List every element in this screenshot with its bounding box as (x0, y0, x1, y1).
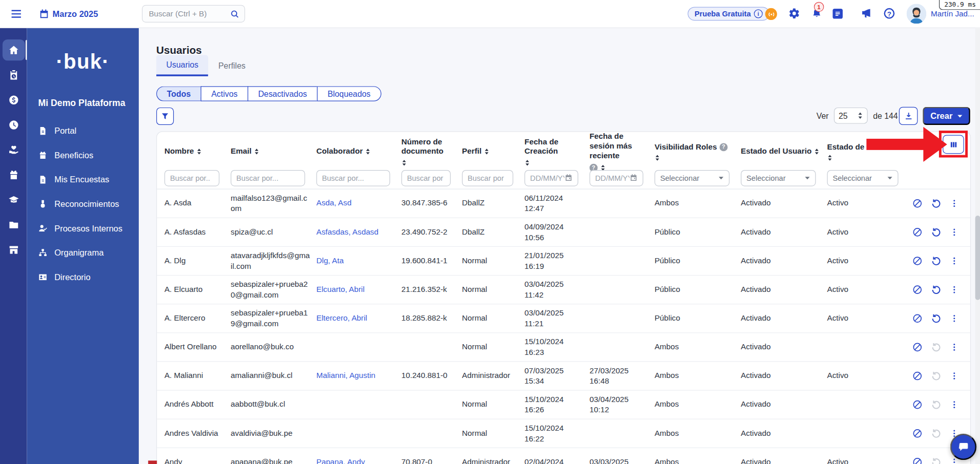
page-size-select[interactable]: 25 (833, 108, 867, 124)
row-menu-button[interactable] (950, 342, 959, 353)
search-icon[interactable] (230, 9, 239, 18)
period-selector[interactable]: Marzo 2025 (53, 0, 98, 28)
block-user-button[interactable] (912, 371, 923, 382)
row-menu-button[interactable] (950, 198, 959, 209)
download-button[interactable] (899, 107, 918, 125)
block-user-button[interactable] (912, 284, 923, 295)
cell-collaborator-link[interactable]: Dlg, Ata (316, 256, 401, 266)
calendar-icon[interactable] (38, 8, 49, 19)
info-icon[interactable]: ? (719, 143, 727, 151)
status-filter-activos[interactable]: Activos (201, 86, 247, 101)
home-rail-item[interactable] (2, 39, 25, 60)
date-filter-input[interactable]: DD/MM/YYYY (590, 170, 643, 186)
gift-rail-item[interactable] (2, 164, 25, 185)
select-filter[interactable]: Seleccionar (741, 170, 816, 186)
column-header-colaborador[interactable]: Colaborador (316, 147, 401, 157)
reset-button[interactable] (931, 371, 942, 382)
column-header-numero-de-documento[interactable]: Número de documento (401, 137, 462, 166)
date-filter-input[interactable]: DD/MM/YYYY (525, 170, 578, 186)
cell-collaborator-link[interactable]: Malianni, Agustin (316, 371, 401, 381)
column-header-fecha-de-creacion[interactable]: Fecha de Creación (525, 137, 590, 166)
row-menu-button[interactable] (950, 256, 959, 266)
create-button[interactable]: Crear (923, 107, 970, 125)
reset-button[interactable] (931, 428, 942, 439)
graduation-cap-rail-item[interactable] (2, 189, 25, 210)
row-menu-button[interactable] (950, 227, 959, 238)
block-user-button[interactable] (912, 227, 923, 238)
sidebar-item-beneficios[interactable]: Beneficios (27, 143, 138, 167)
column-header-perfil[interactable]: Perfil (462, 147, 525, 157)
filter-button[interactable] (156, 108, 174, 125)
chat-widget-button[interactable] (950, 434, 976, 460)
tab-usuarios[interactable]: Usuarios (156, 55, 208, 76)
block-user-button[interactable] (912, 313, 923, 324)
column-header-nombre[interactable]: Nombre (164, 147, 231, 157)
sidebar-item-portal[interactable]: Portal (27, 119, 138, 143)
calendar-icon[interactable] (565, 174, 573, 182)
block-user-button[interactable] (912, 342, 923, 353)
trial-badge[interactable]: Prueba Gratuita i (687, 7, 769, 20)
sort-icon[interactable] (254, 149, 260, 155)
column-header-visibilidad-roles[interactable]: Visibilidad Roles? (655, 142, 741, 161)
help-icon[interactable]: ? (884, 8, 895, 19)
hand-heart-rail-item[interactable] (2, 139, 25, 160)
reset-button[interactable] (931, 313, 942, 324)
user-avatar[interactable] (906, 4, 926, 24)
block-user-button[interactable] (912, 198, 923, 209)
calendar-icon[interactable] (630, 174, 638, 182)
sidebar-item-mis-encuestas[interactable]: Mis Encuestas (27, 167, 138, 192)
status-filter-todos[interactable]: Todos (156, 86, 201, 101)
column-search-input[interactable] (462, 170, 513, 186)
gear-icon[interactable] (788, 8, 800, 19)
reset-button[interactable] (931, 256, 942, 266)
column-search-input[interactable] (316, 170, 390, 186)
sort-icon[interactable] (814, 149, 820, 155)
row-menu-button[interactable] (950, 371, 959, 382)
column-header-email[interactable]: Email (231, 147, 316, 157)
megaphone-icon[interactable] (861, 8, 872, 19)
status-filter-bloqueados[interactable]: Bloqueados (317, 86, 381, 101)
cell-collaborator-link[interactable]: Asfasdas, Asdasd (316, 227, 401, 237)
row-menu-button[interactable] (950, 284, 959, 295)
column-header-estado-del-usuario[interactable]: Estado del Usuario (741, 147, 827, 157)
sort-icon[interactable] (196, 149, 202, 155)
column-header-fecha-de-sesion-mas-reciente[interactable]: Fecha de sesión más reciente? (590, 132, 655, 172)
reset-button[interactable] (931, 457, 942, 464)
global-search-input[interactable] (142, 6, 230, 22)
tab-perfiles[interactable]: Perfiles (208, 55, 256, 76)
clock-rail-item[interactable] (2, 114, 25, 135)
sort-icon[interactable] (525, 159, 530, 166)
hamburger-menu-button[interactable] (10, 8, 23, 19)
cell-collaborator-link[interactable]: Papana, Andy (316, 457, 401, 464)
sort-icon[interactable] (655, 155, 660, 161)
sidebar-item-directorio[interactable]: Directorio (27, 265, 138, 289)
notes-icon[interactable] (832, 9, 843, 19)
block-user-button[interactable] (912, 428, 923, 439)
broadcast-icon[interactable] (765, 8, 777, 20)
reset-button[interactable] (931, 198, 942, 209)
column-search-input[interactable] (401, 170, 450, 186)
store-rail-item[interactable] (2, 239, 25, 260)
block-user-button[interactable] (912, 256, 923, 266)
column-search-input[interactable] (231, 170, 305, 186)
folder-rail-item[interactable] (2, 215, 25, 236)
clipboard-clock-rail-item[interactable] (2, 65, 25, 86)
cell-collaborator-link[interactable]: Eltercero, Abril (316, 313, 401, 324)
block-user-button[interactable] (912, 457, 923, 464)
status-filter-desactivados[interactable]: Desactivados (247, 86, 317, 101)
money-rail-item[interactable] (2, 90, 25, 111)
sort-icon[interactable] (401, 159, 407, 166)
scrollbar-thumb[interactable] (975, 216, 980, 300)
sort-icon[interactable] (827, 155, 832, 161)
sort-icon[interactable] (484, 149, 490, 155)
reset-button[interactable] (931, 284, 942, 295)
select-filter[interactable]: Seleccionar (827, 170, 898, 186)
sidebar-item-organigrama[interactable]: Organigrama (27, 241, 138, 265)
column-search-input[interactable] (164, 170, 219, 186)
sort-icon[interactable] (365, 149, 371, 155)
reset-button[interactable] (931, 227, 942, 238)
cell-collaborator-link[interactable]: Elcuarto, Abril (316, 285, 401, 295)
row-menu-button[interactable] (950, 399, 959, 410)
row-menu-button[interactable] (950, 313, 959, 324)
global-search[interactable] (142, 5, 245, 23)
